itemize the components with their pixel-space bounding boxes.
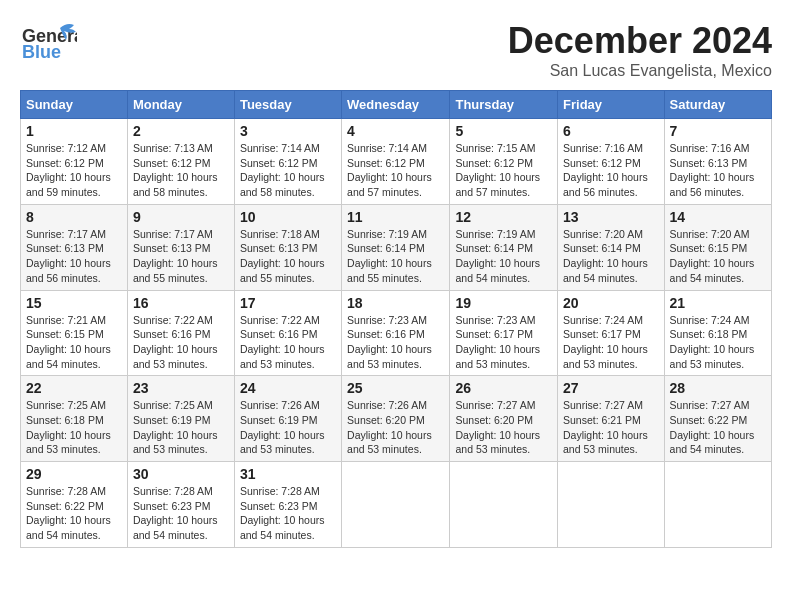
- page-subtitle: San Lucas Evangelista, Mexico: [508, 62, 772, 80]
- day-number: 25: [347, 380, 444, 396]
- calendar-week-1: 1Sunrise: 7:12 AMSunset: 6:12 PMDaylight…: [21, 119, 772, 205]
- day-number: 15: [26, 295, 122, 311]
- calendar-cell: 26Sunrise: 7:27 AMSunset: 6:20 PMDayligh…: [450, 376, 558, 462]
- calendar-cell: 20Sunrise: 7:24 AMSunset: 6:17 PMDayligh…: [558, 290, 665, 376]
- calendar-week-4: 22Sunrise: 7:25 AMSunset: 6:18 PMDayligh…: [21, 376, 772, 462]
- day-number: 18: [347, 295, 444, 311]
- calendar-cell: 4Sunrise: 7:14 AMSunset: 6:12 PMDaylight…: [342, 119, 450, 205]
- day-info: Sunrise: 7:27 AMSunset: 6:20 PMDaylight:…: [455, 398, 552, 457]
- day-info: Sunrise: 7:13 AMSunset: 6:12 PMDaylight:…: [133, 141, 229, 200]
- day-number: 9: [133, 209, 229, 225]
- day-info: Sunrise: 7:26 AMSunset: 6:20 PMDaylight:…: [347, 398, 444, 457]
- day-number: 14: [670, 209, 766, 225]
- col-thursday: Thursday: [450, 91, 558, 119]
- svg-text:Blue: Blue: [22, 42, 61, 62]
- calendar-cell: [664, 462, 771, 548]
- day-number: 23: [133, 380, 229, 396]
- day-info: Sunrise: 7:26 AMSunset: 6:19 PMDaylight:…: [240, 398, 336, 457]
- calendar-cell: 24Sunrise: 7:26 AMSunset: 6:19 PMDayligh…: [234, 376, 341, 462]
- day-number: 11: [347, 209, 444, 225]
- day-number: 1: [26, 123, 122, 139]
- day-info: Sunrise: 7:15 AMSunset: 6:12 PMDaylight:…: [455, 141, 552, 200]
- day-info: Sunrise: 7:22 AMSunset: 6:16 PMDaylight:…: [240, 313, 336, 372]
- calendar-cell: 10Sunrise: 7:18 AMSunset: 6:13 PMDayligh…: [234, 204, 341, 290]
- calendar-cell: 31Sunrise: 7:28 AMSunset: 6:23 PMDayligh…: [234, 462, 341, 548]
- day-info: Sunrise: 7:20 AMSunset: 6:14 PMDaylight:…: [563, 227, 659, 286]
- day-number: 2: [133, 123, 229, 139]
- calendar-cell: 23Sunrise: 7:25 AMSunset: 6:19 PMDayligh…: [127, 376, 234, 462]
- day-number: 16: [133, 295, 229, 311]
- calendar-cell: [558, 462, 665, 548]
- title-area: December 2024 San Lucas Evangelista, Mex…: [508, 20, 772, 80]
- calendar-header-row: Sunday Monday Tuesday Wednesday Thursday…: [21, 91, 772, 119]
- calendar-cell: 17Sunrise: 7:22 AMSunset: 6:16 PMDayligh…: [234, 290, 341, 376]
- calendar-cell: 11Sunrise: 7:19 AMSunset: 6:14 PMDayligh…: [342, 204, 450, 290]
- day-number: 29: [26, 466, 122, 482]
- day-number: 27: [563, 380, 659, 396]
- day-number: 30: [133, 466, 229, 482]
- day-number: 10: [240, 209, 336, 225]
- day-info: Sunrise: 7:19 AMSunset: 6:14 PMDaylight:…: [347, 227, 444, 286]
- day-number: 22: [26, 380, 122, 396]
- calendar-cell: [342, 462, 450, 548]
- day-info: Sunrise: 7:14 AMSunset: 6:12 PMDaylight:…: [347, 141, 444, 200]
- day-info: Sunrise: 7:28 AMSunset: 6:22 PMDaylight:…: [26, 484, 122, 543]
- calendar-cell: 9Sunrise: 7:17 AMSunset: 6:13 PMDaylight…: [127, 204, 234, 290]
- day-number: 12: [455, 209, 552, 225]
- col-monday: Monday: [127, 91, 234, 119]
- calendar-cell: 29Sunrise: 7:28 AMSunset: 6:22 PMDayligh…: [21, 462, 128, 548]
- calendar-cell: 14Sunrise: 7:20 AMSunset: 6:15 PMDayligh…: [664, 204, 771, 290]
- calendar-cell: 12Sunrise: 7:19 AMSunset: 6:14 PMDayligh…: [450, 204, 558, 290]
- day-info: Sunrise: 7:18 AMSunset: 6:13 PMDaylight:…: [240, 227, 336, 286]
- calendar-cell: 22Sunrise: 7:25 AMSunset: 6:18 PMDayligh…: [21, 376, 128, 462]
- calendar-cell: 27Sunrise: 7:27 AMSunset: 6:21 PMDayligh…: [558, 376, 665, 462]
- calendar-cell: 1Sunrise: 7:12 AMSunset: 6:12 PMDaylight…: [21, 119, 128, 205]
- day-info: Sunrise: 7:23 AMSunset: 6:17 PMDaylight:…: [455, 313, 552, 372]
- day-info: Sunrise: 7:16 AMSunset: 6:13 PMDaylight:…: [670, 141, 766, 200]
- calendar-cell: 6Sunrise: 7:16 AMSunset: 6:12 PMDaylight…: [558, 119, 665, 205]
- day-number: 7: [670, 123, 766, 139]
- col-tuesday: Tuesday: [234, 91, 341, 119]
- day-number: 6: [563, 123, 659, 139]
- day-info: Sunrise: 7:12 AMSunset: 6:12 PMDaylight:…: [26, 141, 122, 200]
- calendar-cell: 19Sunrise: 7:23 AMSunset: 6:17 PMDayligh…: [450, 290, 558, 376]
- col-sunday: Sunday: [21, 91, 128, 119]
- calendar-cell: 2Sunrise: 7:13 AMSunset: 6:12 PMDaylight…: [127, 119, 234, 205]
- calendar-week-5: 29Sunrise: 7:28 AMSunset: 6:22 PMDayligh…: [21, 462, 772, 548]
- day-info: Sunrise: 7:27 AMSunset: 6:22 PMDaylight:…: [670, 398, 766, 457]
- calendar-cell: [450, 462, 558, 548]
- logo-bird-icon: General Blue: [22, 20, 77, 65]
- day-info: Sunrise: 7:28 AMSunset: 6:23 PMDaylight:…: [240, 484, 336, 543]
- calendar-cell: 5Sunrise: 7:15 AMSunset: 6:12 PMDaylight…: [450, 119, 558, 205]
- calendar-cell: 15Sunrise: 7:21 AMSunset: 6:15 PMDayligh…: [21, 290, 128, 376]
- col-wednesday: Wednesday: [342, 91, 450, 119]
- day-info: Sunrise: 7:20 AMSunset: 6:15 PMDaylight:…: [670, 227, 766, 286]
- calendar-cell: 3Sunrise: 7:14 AMSunset: 6:12 PMDaylight…: [234, 119, 341, 205]
- day-info: Sunrise: 7:24 AMSunset: 6:17 PMDaylight:…: [563, 313, 659, 372]
- col-friday: Friday: [558, 91, 665, 119]
- day-info: Sunrise: 7:14 AMSunset: 6:12 PMDaylight:…: [240, 141, 336, 200]
- calendar-cell: 8Sunrise: 7:17 AMSunset: 6:13 PMDaylight…: [21, 204, 128, 290]
- calendar-week-3: 15Sunrise: 7:21 AMSunset: 6:15 PMDayligh…: [21, 290, 772, 376]
- calendar-week-2: 8Sunrise: 7:17 AMSunset: 6:13 PMDaylight…: [21, 204, 772, 290]
- day-number: 19: [455, 295, 552, 311]
- calendar-cell: 28Sunrise: 7:27 AMSunset: 6:22 PMDayligh…: [664, 376, 771, 462]
- day-info: Sunrise: 7:19 AMSunset: 6:14 PMDaylight:…: [455, 227, 552, 286]
- day-info: Sunrise: 7:25 AMSunset: 6:19 PMDaylight:…: [133, 398, 229, 457]
- day-info: Sunrise: 7:24 AMSunset: 6:18 PMDaylight:…: [670, 313, 766, 372]
- day-info: Sunrise: 7:21 AMSunset: 6:15 PMDaylight:…: [26, 313, 122, 372]
- calendar-cell: 21Sunrise: 7:24 AMSunset: 6:18 PMDayligh…: [664, 290, 771, 376]
- calendar-cell: 7Sunrise: 7:16 AMSunset: 6:13 PMDaylight…: [664, 119, 771, 205]
- day-number: 5: [455, 123, 552, 139]
- day-number: 20: [563, 295, 659, 311]
- day-info: Sunrise: 7:17 AMSunset: 6:13 PMDaylight:…: [26, 227, 122, 286]
- calendar-table: Sunday Monday Tuesday Wednesday Thursday…: [20, 90, 772, 548]
- page-header: General Blue December 2024 San Lucas Eva…: [20, 20, 772, 80]
- day-number: 26: [455, 380, 552, 396]
- day-number: 31: [240, 466, 336, 482]
- day-info: Sunrise: 7:23 AMSunset: 6:16 PMDaylight:…: [347, 313, 444, 372]
- day-info: Sunrise: 7:16 AMSunset: 6:12 PMDaylight:…: [563, 141, 659, 200]
- calendar-cell: 25Sunrise: 7:26 AMSunset: 6:20 PMDayligh…: [342, 376, 450, 462]
- day-number: 13: [563, 209, 659, 225]
- day-info: Sunrise: 7:28 AMSunset: 6:23 PMDaylight:…: [133, 484, 229, 543]
